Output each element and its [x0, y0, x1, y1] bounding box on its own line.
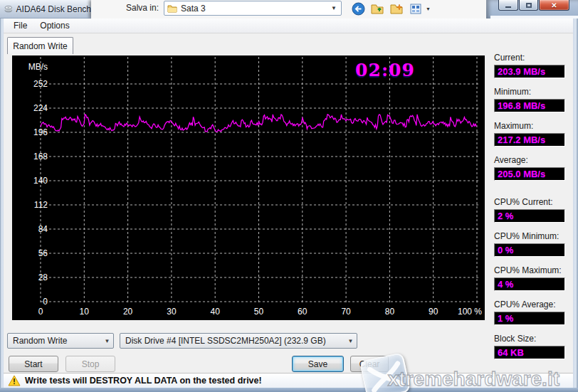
tab-random-write[interactable]: Random Write: [7, 37, 73, 54]
stat-group: CPU% Current:2 %: [494, 197, 572, 223]
stat-group: CPU% Minimum:0 %: [494, 231, 572, 257]
window-title: AIDA64 Disk Bench: [16, 4, 91, 14]
x-axis-tick-label: 70: [341, 307, 351, 317]
menu-bar: File Options: [0, 18, 578, 33]
x-axis-tick-label: 20: [123, 307, 133, 317]
stat-group: Current:203.9 MB/s: [494, 53, 572, 78]
chevron-down-icon[interactable]: ▼: [426, 6, 431, 11]
y-axis-unit-label: MB/s: [28, 62, 48, 72]
stats-panel: Current:203.9 MB/sMinimum:196.8 MB/sMaxi…: [494, 51, 574, 368]
chevron-down-icon: ▼: [331, 5, 338, 11]
x-axis-tick-label: 0: [38, 307, 43, 317]
y-axis-tick-label: 252: [33, 79, 48, 89]
stat-group: Maximum:217.2 MB/s: [494, 121, 572, 147]
stat-label: Block Size:: [494, 334, 572, 344]
maximize-button[interactable]: [519, 0, 538, 11]
stat-label: CPU% Minimum:: [494, 231, 572, 242]
warning-bar: ! Write tests will DESTROY ALL DATA on t…: [4, 373, 573, 388]
stat-value: 203.9 MB/s: [494, 65, 565, 78]
y-axis-tick-label: 140: [33, 176, 48, 186]
x-axis-tick-label: 60: [298, 307, 308, 317]
y-axis-tick-label: 0: [43, 297, 48, 307]
stat-label: Minimum:: [494, 87, 572, 97]
chevron-down-icon: ▼: [101, 334, 113, 348]
benchmark-chart: 2522241961681401128456280MB/s01020304050…: [12, 55, 485, 320]
warning-triangle-icon: !: [8, 375, 21, 386]
stat-label: Current:: [494, 53, 572, 63]
save-in-label: Salva in:: [126, 3, 159, 13]
y-axis-tick-label: 224: [33, 103, 48, 113]
window-border-right: [573, 18, 578, 392]
clear-button[interactable]: Clear: [350, 356, 389, 372]
test-type-dropdown[interactable]: Random Write ▼: [7, 333, 114, 349]
chart-canvas: 2522241961681401128456280MB/s01020304050…: [12, 55, 485, 320]
drive-dropdown[interactable]: Disk Drive #4 [INTEL SSDSC2MH250A2] (232…: [120, 333, 357, 349]
stat-label: CPU% Average:: [494, 300, 572, 310]
folder-up-icon[interactable]: [371, 2, 384, 16]
window-border-left: [0, 18, 4, 392]
drive-value: Disk Drive #4 [INTEL SSDSC2MH250A2] (232…: [125, 336, 326, 346]
stat-value: 4 %: [494, 277, 565, 291]
menu-options[interactable]: Options: [33, 19, 75, 32]
x-axis-tick-label: 100 %: [458, 307, 482, 317]
minimize-button[interactable]: [498, 0, 518, 11]
y-axis-tick-label: 168: [33, 152, 48, 161]
stat-label: CPU% Current:: [494, 197, 572, 208]
menu-file[interactable]: File: [7, 19, 33, 32]
y-axis-tick-label: 56: [38, 248, 48, 258]
stat-label: Maximum:: [494, 121, 572, 132]
stat-value: 217.2 MB/s: [494, 133, 565, 147]
minimize-icon: [505, 6, 511, 8]
save-button[interactable]: Save: [292, 356, 344, 372]
views-icon[interactable]: [409, 2, 423, 16]
warning-text: Write tests will DESTROY ALL DATA on the…: [25, 376, 262, 386]
save-location-dropdown[interactable]: Sata 3 ▼: [164, 1, 342, 16]
back-icon[interactable]: [352, 2, 365, 16]
new-folder-icon[interactable]: [390, 2, 404, 16]
x-axis-tick-label: 80: [385, 307, 395, 317]
x-axis-tick-label: 90: [429, 307, 438, 317]
x-axis-tick-label: 30: [167, 307, 177, 317]
x-axis-tick-label: 40: [211, 307, 221, 317]
aida64-disk-benchmark-window: AIDA64 Disk Bench Salva in: Sata 3 ▼: [0, 0, 578, 392]
stat-group: CPU% Average:1 %: [494, 300, 572, 325]
stat-group: Average:205.0 MB/s: [494, 155, 572, 181]
folder-icon: [167, 4, 177, 13]
disk-icon: [4, 4, 13, 14]
benchmark-titlebar[interactable]: AIDA64 Disk Bench: [0, 0, 91, 18]
y-axis-tick-label: 84: [38, 224, 48, 234]
y-axis-tick-label: 112: [34, 200, 48, 210]
window-border-bottom: [0, 388, 578, 392]
test-type-value: Random Write: [13, 336, 67, 346]
stat-value: 196.8 MB/s: [494, 99, 565, 112]
elapsed-time: 02:09: [342, 60, 428, 80]
parent-window-titlebar: ✕: [486, 0, 578, 18]
stat-value: 2 %: [494, 209, 565, 223]
x-axis-tick-label: 50: [254, 307, 264, 317]
close-button[interactable]: ✕: [539, 0, 569, 11]
maximize-icon: [526, 3, 532, 8]
stat-value: 205.0 MB/s: [494, 167, 565, 181]
close-icon: ✕: [551, 1, 557, 9]
stat-group: Block Size:64 KB: [494, 334, 572, 359]
stop-button: Stop: [65, 356, 115, 372]
stat-label: Average:: [494, 155, 572, 166]
y-axis-tick-label: 28: [38, 272, 48, 282]
stat-value: 0 %: [494, 243, 565, 257]
stat-label: CPU% Maximum:: [494, 265, 572, 276]
svg-text:!: !: [13, 378, 15, 386]
stat-group: CPU% Maximum:4 %: [494, 265, 572, 291]
y-axis-tick-label: 196: [33, 127, 48, 137]
save-dialog-strip: Salva in: Sata 3 ▼: [91, 0, 486, 18]
save-location-value: Sata 3: [181, 4, 206, 14]
stat-value: 1 %: [494, 312, 565, 325]
chevron-down-icon: ▼: [345, 334, 357, 348]
stat-value: 64 KB: [494, 346, 565, 359]
start-button[interactable]: Start: [9, 356, 58, 372]
stat-group: Minimum:196.8 MB/s: [494, 87, 572, 112]
x-axis-tick-label: 10: [80, 307, 90, 317]
